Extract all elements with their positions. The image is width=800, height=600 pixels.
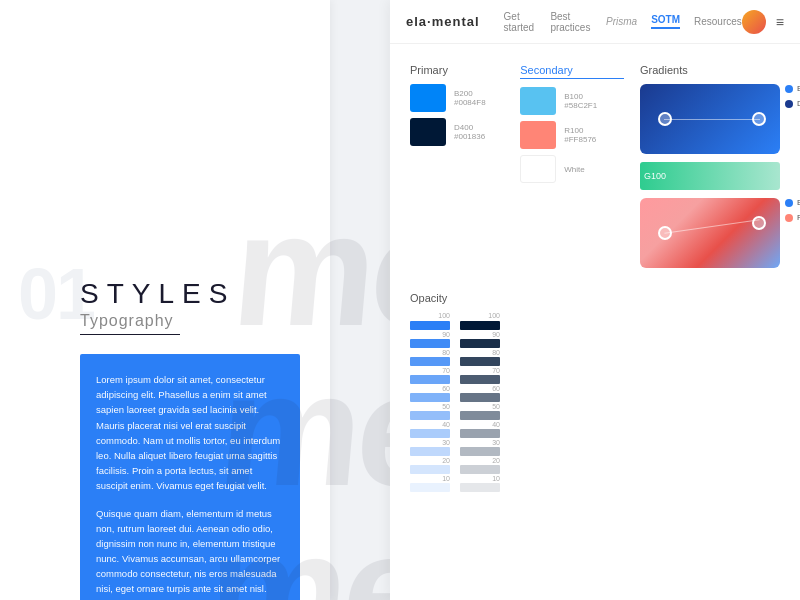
gradient-blue-wrapper: B200 D400 xyxy=(640,84,780,154)
legend-dot-b200 xyxy=(785,85,793,93)
legend-dot-r100-2 xyxy=(785,214,793,222)
opacity-grid: 100 90 80 70 60 50 40 30 20 xyxy=(410,312,780,493)
gradients-section: Gradients B200 xyxy=(640,64,780,276)
swatch-b100-color xyxy=(520,87,556,115)
opacity-blue-100 xyxy=(410,321,450,330)
nav-link-get-started[interactable]: Get started xyxy=(504,11,537,33)
opacity-dark-40-label: 40 xyxy=(460,421,500,428)
opacity-blue-100-label: 100 xyxy=(410,312,450,319)
swatch-b200: B200 #0084F8 xyxy=(410,84,504,112)
sample-paragraph-1: Lorem ipsum dolor sit amet, consectetur … xyxy=(96,372,284,494)
opacity-dark-90-label: 90 xyxy=(460,331,500,338)
gradient-blue-legend: B200 D400 xyxy=(785,84,800,108)
nav-links: Get started Best practices Prisma SOTM R… xyxy=(504,11,742,33)
opacity-blue-20 xyxy=(410,465,450,474)
legend-dot-d400 xyxy=(785,100,793,108)
swatch-r100: R100 #FF8576 xyxy=(520,121,624,149)
nav-logo: ela·mental xyxy=(406,14,480,29)
opacity-blue-50-label: 50 xyxy=(410,403,450,410)
opacity-dark-60 xyxy=(460,393,500,402)
swatch-b100-hex: #58C2F1 xyxy=(564,101,597,110)
swatch-r100-name: R100 xyxy=(564,126,596,135)
opacity-dark-100-label: 100 xyxy=(460,312,500,319)
typography-divider xyxy=(80,334,180,335)
opacity-blue-90-label: 90 xyxy=(410,331,450,338)
swatch-white: White xyxy=(520,155,624,183)
nav-link-resources[interactable]: Resources xyxy=(694,16,742,27)
opacity-dark-20 xyxy=(460,465,500,474)
right-panel: ela·mental Get started Best practices Pr… xyxy=(390,0,800,600)
gradient-g100-label: G100 xyxy=(644,171,666,181)
gradient-teal-wrapper: G100 xyxy=(640,162,780,190)
opacity-dark-30-label: 30 xyxy=(460,439,500,446)
opacity-dark-30 xyxy=(460,447,500,456)
legend-item-b200-2: B200 xyxy=(785,198,800,207)
opacity-blue-60 xyxy=(410,393,450,402)
typography-sample-box: Lorem ipsum dolor sit amet, consectetur … xyxy=(80,354,300,600)
opacity-blue-80-label: 80 xyxy=(410,349,450,356)
gradient-salmon-line xyxy=(664,219,759,233)
typography-subheading: Typography xyxy=(80,312,174,330)
gradients-section-title: Gradients xyxy=(640,64,780,76)
opacity-dark-column: 100 90 80 70 60 50 40 30 20 xyxy=(460,312,500,493)
opacity-dark-60-label: 60 xyxy=(460,385,500,392)
gradient-salmon-card xyxy=(640,198,780,268)
opacity-blue-20-label: 20 xyxy=(410,457,450,464)
opacity-blue-10-label: 10 xyxy=(410,475,450,482)
nav-link-prisma[interactable]: Prisma xyxy=(606,16,637,27)
opacity-dark-90 xyxy=(460,339,500,348)
swatch-r100-hex: #FF8576 xyxy=(564,135,596,144)
opacity-blue-30 xyxy=(410,447,450,456)
left-panel: 01 STYLES Typography Lorem ipsum dolor s… xyxy=(0,0,330,600)
legend-item-r100-2: R100 xyxy=(785,213,800,222)
swatch-b100-name: B100 xyxy=(564,92,597,101)
opacity-blue-10 xyxy=(410,483,450,492)
gradient-salmon-dot-2 xyxy=(752,216,766,230)
swatch-white-name: White xyxy=(564,165,584,174)
opacity-dark-100 xyxy=(460,321,500,330)
sample-paragraph-2: Quisque quam diam, elementum id metus no… xyxy=(96,506,284,601)
opacity-blue-70 xyxy=(410,375,450,384)
color-sections: Primary B200 #0084F8 D400 #001836 xyxy=(410,64,780,276)
nav-right: ≡ xyxy=(742,10,784,34)
opacity-section: Opacity 100 90 80 70 60 50 40 xyxy=(410,292,780,493)
nav-link-best-practices[interactable]: Best practices xyxy=(550,11,592,33)
nav-bar: ela·mental Get started Best practices Pr… xyxy=(390,0,800,44)
nav-avatar xyxy=(742,10,766,34)
swatch-white-color xyxy=(520,155,556,183)
content-area: Primary B200 #0084F8 D400 #001836 xyxy=(390,44,800,600)
gradient-blue-card xyxy=(640,84,780,154)
gradient-salmon-wrapper: B200 R100 xyxy=(640,198,780,268)
swatch-b100: B100 #58C2F1 xyxy=(520,87,624,115)
opacity-dark-70 xyxy=(460,375,500,384)
opacity-dark-80-label: 80 xyxy=(460,349,500,356)
hamburger-icon[interactable]: ≡ xyxy=(776,14,784,30)
opacity-dark-50-label: 50 xyxy=(460,403,500,410)
opacity-blue-90 xyxy=(410,339,450,348)
opacity-blue-50 xyxy=(410,411,450,420)
swatch-d400-color xyxy=(410,118,446,146)
swatch-b200-hex: #0084F8 xyxy=(454,98,486,107)
swatch-d400: D400 #001836 xyxy=(410,118,504,146)
swatch-d400-name: D400 xyxy=(454,123,485,132)
opacity-dark-80 xyxy=(460,357,500,366)
secondary-section-title: Secondary xyxy=(520,64,624,79)
opacity-blue-40-label: 40 xyxy=(410,421,450,428)
styles-heading: STYLES xyxy=(80,278,235,310)
opacity-title: Opacity xyxy=(410,292,780,304)
nav-link-sotm[interactable]: SOTM xyxy=(651,14,680,29)
swatch-r100-color xyxy=(520,121,556,149)
secondary-section: Secondary B100 #58C2F1 R100 #FF8576 xyxy=(520,64,624,276)
legend-item-b200: B200 xyxy=(785,84,800,93)
gradient-line-1 xyxy=(664,119,760,120)
primary-section: Primary B200 #0084F8 D400 #001836 xyxy=(410,64,504,276)
legend-item-d400: D400 xyxy=(785,99,800,108)
opacity-blue-40 xyxy=(410,429,450,438)
opacity-blue-80 xyxy=(410,357,450,366)
opacity-dark-50 xyxy=(460,411,500,420)
swatch-b200-color xyxy=(410,84,446,112)
primary-section-title: Primary xyxy=(410,64,504,76)
swatch-d400-hex: #001836 xyxy=(454,132,485,141)
swatch-b200-name: B200 xyxy=(454,89,486,98)
opacity-blue-column: 100 90 80 70 60 50 40 30 20 xyxy=(410,312,450,493)
